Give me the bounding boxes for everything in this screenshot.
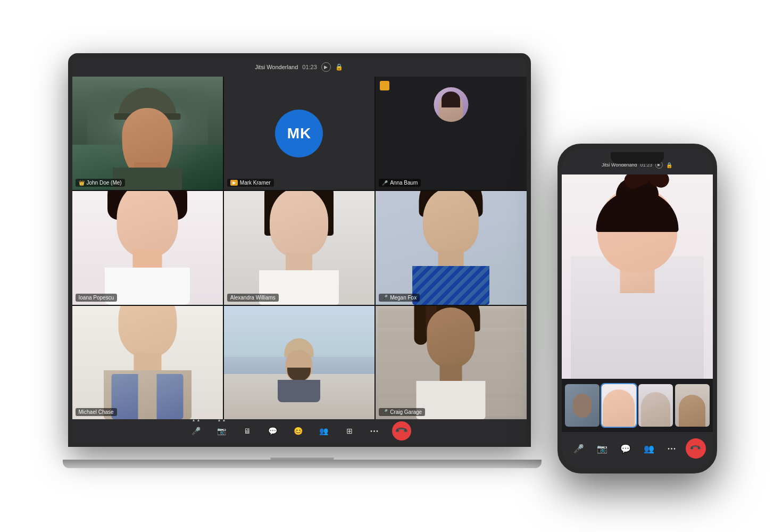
name-tag-michael-chase: Michael Chase bbox=[76, 408, 117, 416]
name-tag-mark-kramer: ▶ Mark Kramer bbox=[227, 179, 274, 187]
phone-thumb-4[interactable] bbox=[675, 384, 710, 427]
anna-badge bbox=[380, 81, 389, 90]
phone-body: Jitsi Wonderland 01:23 ▶ 🔒 bbox=[557, 144, 717, 473]
phone-end-call-button[interactable]: 📞 bbox=[681, 434, 710, 463]
craig-garage-label: Craig Garage bbox=[390, 409, 422, 415]
laptop-screen: Jitsi Wonderland 01:23 ▶ 🔒 bbox=[68, 53, 531, 447]
mark-kramer-label: Mark Kramer bbox=[240, 180, 271, 186]
anna-mini-avatar bbox=[434, 87, 468, 122]
phone-thumb-2[interactable] bbox=[602, 384, 636, 427]
crown-icon: 👑 bbox=[79, 180, 85, 186]
phone-notch bbox=[611, 152, 664, 164]
michael-chase-label: Michael Chase bbox=[79, 409, 114, 415]
mic-off-icon-2: 🎤 bbox=[382, 295, 388, 300]
name-tag-john-doe: 👑 John Doe (Me) bbox=[76, 179, 125, 187]
anna-baum-label: Anna Baum bbox=[390, 180, 418, 186]
camera-button-stack[interactable]: ▲ ▲ 📷 bbox=[213, 422, 230, 439]
scene: Jitsi Wonderland 01:23 ▶ 🔒 bbox=[41, 32, 733, 500]
laptop: Jitsi Wonderland 01:23 ▶ 🔒 bbox=[68, 53, 536, 468]
participants-button[interactable]: 👥 bbox=[315, 422, 332, 439]
video-cell-alexandra-williams: Alexandra Williams bbox=[224, 191, 374, 304]
screen-share-button[interactable]: 🖥 bbox=[239, 422, 256, 439]
phone: Jitsi Wonderland 01:23 ▶ 🔒 bbox=[557, 144, 717, 473]
phone-thumbnails bbox=[562, 379, 713, 432]
phone-chat-button[interactable]: 💬 bbox=[615, 438, 636, 459]
laptop-topbar: Jitsi Wonderland 01:23 ▶ 🔒 bbox=[72, 57, 527, 77]
phone-main-video bbox=[562, 174, 713, 379]
mic-button[interactable]: 🎤 bbox=[188, 422, 205, 439]
phone-screen: Jitsi Wonderland 01:23 ▶ 🔒 bbox=[562, 148, 713, 469]
phone-thumb-3[interactable] bbox=[638, 384, 673, 427]
alexandra-williams-label: Alexandra Williams bbox=[230, 295, 276, 301]
mic-button-stack[interactable]: ▲ ▲ 🎤 bbox=[188, 422, 205, 439]
camera-button[interactable]: 📷 bbox=[213, 422, 230, 439]
mic-off-icon: 🎤 bbox=[382, 180, 388, 186]
video-cell-anna-baum: 🎤 Anna Baum bbox=[376, 77, 526, 190]
speed-icon[interactable]: ▶ bbox=[321, 62, 331, 72]
name-tag-anna-baum: 🎤 Anna Baum bbox=[379, 179, 421, 187]
john-doe-label: John Doe (Me) bbox=[87, 180, 122, 186]
laptop-base bbox=[63, 460, 542, 468]
video-cell-john-doe: 👑 John Doe (Me) bbox=[72, 77, 223, 190]
laptop-topbar-title: Jitsi Wonderland bbox=[255, 64, 298, 70]
phone-thumb-1[interactable] bbox=[565, 384, 600, 427]
more-button[interactable]: ••• bbox=[367, 422, 384, 439]
name-tag-ioana-popescu: Ioana Popescu bbox=[76, 294, 118, 302]
video-cell-lake-person bbox=[224, 306, 374, 419]
chat-button[interactable]: 💬 bbox=[264, 422, 281, 439]
video-grid: 👑 John Doe (Me) MK ▶ Mark Kramer bbox=[72, 77, 527, 419]
phone-lock-icon[interactable]: 🔒 bbox=[666, 162, 672, 168]
ioana-popescu-label: Ioana Popescu bbox=[79, 295, 114, 301]
video-cell-megan-fox: 🎤 Megan Fox bbox=[376, 191, 526, 304]
mic-off-icon-3: 🎤 bbox=[382, 409, 388, 414]
video-cell-ioana-popescu: Ioana Popescu bbox=[72, 191, 223, 304]
lock-icon[interactable]: 🔒 bbox=[335, 63, 344, 71]
name-tag-megan-fox: 🎤 Megan Fox bbox=[379, 294, 420, 302]
laptop-topbar-time: 01:23 bbox=[302, 64, 317, 70]
phone-toolbar: 🎤 📷 💬 👥 ••• 📞 bbox=[562, 432, 713, 469]
grid-button[interactable]: ⊞ bbox=[341, 422, 358, 439]
laptop-toolbar: ▲ ▲ 🎤 ▲ ▲ 📷 🖥 💬 😊 👥 ⊞ ••• 📞 bbox=[72, 419, 527, 443]
name-tag-alexandra-williams: Alexandra Williams bbox=[227, 294, 279, 302]
mk-badge: ▶ bbox=[230, 180, 238, 186]
mk-avatar: MK bbox=[275, 110, 323, 157]
name-tag-craig-garage: 🎤 Craig Garage bbox=[379, 408, 425, 416]
video-cell-michael-chase: Michael Chase bbox=[72, 306, 223, 419]
phone-more-button[interactable]: ••• bbox=[662, 438, 683, 459]
megan-fox-label: Megan Fox bbox=[390, 295, 417, 301]
video-cell-craig-garage: 🎤 Craig Garage bbox=[376, 306, 526, 419]
video-cell-mark-kramer: MK ▶ Mark Kramer bbox=[224, 77, 374, 190]
end-call-button[interactable]: 📞 bbox=[388, 418, 415, 443]
phone-camera-button[interactable]: 📷 bbox=[592, 438, 612, 459]
phone-participants-button[interactable]: 👥 bbox=[639, 438, 659, 459]
phone-main-face bbox=[562, 174, 713, 379]
phone-mic-button[interactable]: 🎤 bbox=[569, 438, 589, 459]
emoji-button[interactable]: 😊 bbox=[290, 422, 307, 439]
